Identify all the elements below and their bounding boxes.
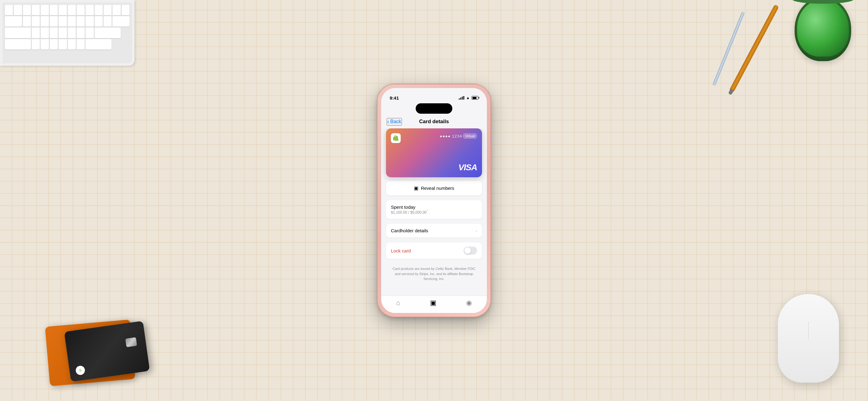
signal-icon — [459, 96, 464, 100]
status-icons: ▲ — [459, 96, 478, 100]
virtual-badge: Virtual — [463, 133, 477, 139]
chevron-icon: › — [427, 207, 428, 212]
card-number-dots: ●●●● 1234 — [440, 134, 462, 138]
scroll-content[interactable]: ●●●● 1234 Virtual VISA ▣ Reveal numbers … — [381, 128, 487, 296]
shopify-logo — [391, 133, 401, 143]
status-time: 9:41 — [390, 95, 399, 100]
nav-header: ‹ Back Card details — [381, 114, 487, 128]
cardholder-label: Cardholder details — [391, 228, 475, 233]
phone-screen: 9:41 ▲ ‹ Back Card detai — [381, 88, 487, 313]
home-icon: ⌂ — [396, 299, 400, 307]
spent-today-content: Spent today $1,100.00 / $5,000.00 — [391, 205, 427, 215]
back-button[interactable]: ‹ Back — [386, 118, 402, 126]
lock-card-section: Lock card — [386, 242, 482, 259]
spent-today-amount: $1,100.00 / $5,000.00 — [391, 210, 427, 215]
spent-today-section: Spent today $1,100.00 / $5,000.00 › — [386, 200, 482, 219]
wifi-icon: ▲ — [466, 96, 470, 100]
cardholder-details-item[interactable]: Cardholder details › — [386, 224, 482, 238]
battery-icon — [472, 96, 478, 100]
tab-cards[interactable]: ▣ — [430, 299, 436, 307]
reveal-label: Reveal numbers — [421, 186, 454, 191]
cardholder-details-section: Cardholder details › — [386, 224, 482, 238]
spent-today-item[interactable]: Spent today $1,100.00 / $5,000.00 › — [386, 200, 482, 219]
virtual-card[interactable]: ●●●● 1234 Virtual VISA — [386, 128, 482, 177]
drink-decoration — [795, 0, 851, 61]
account-icon: ◉ — [466, 299, 472, 307]
shopify-logo-card: S — [75, 365, 86, 376]
card-icon: ▣ — [414, 185, 418, 191]
visa-logo: VISA — [459, 163, 477, 173]
dynamic-island — [416, 103, 452, 114]
page-title: Card details — [419, 119, 449, 125]
back-label: Back — [390, 119, 401, 124]
keyboard-decoration — [0, 0, 134, 66]
status-bar: 9:41 ▲ — [381, 88, 487, 103]
reveal-numbers-button[interactable]: ▣ Reveal numbers — [386, 181, 482, 195]
cards-icon: ▣ — [430, 299, 436, 307]
mouse-decoration — [778, 294, 839, 383]
lock-card-item: Lock card — [386, 242, 482, 259]
tab-bar: ⌂ ▣ ◉ — [381, 296, 487, 313]
lock-card-label: Lock card — [391, 248, 464, 253]
footer-legal-text: Card products are issued by Celtic Bank,… — [386, 264, 482, 284]
tab-home[interactable]: ⌂ — [396, 299, 400, 307]
toggle-knob — [464, 247, 471, 254]
lock-card-toggle[interactable] — [464, 247, 477, 255]
card-chip — [125, 337, 137, 347]
back-chevron-icon: ‹ — [387, 119, 389, 125]
tab-account[interactable]: ◉ — [466, 299, 472, 307]
chevron-icon-2: › — [475, 228, 477, 233]
phone-mockup: 9:41 ▲ ‹ Back Card detai — [377, 84, 491, 317]
spent-today-label: Spent today — [391, 205, 427, 210]
